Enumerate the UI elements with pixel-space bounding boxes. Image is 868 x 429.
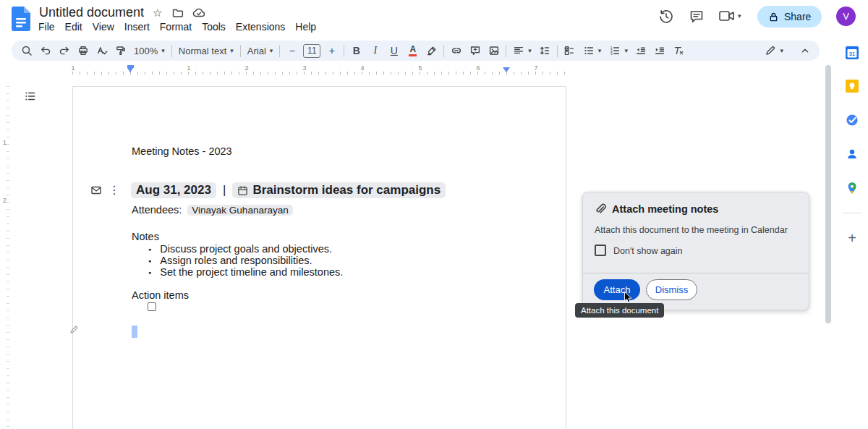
insert-link-button[interactable] <box>447 42 465 60</box>
text-color-icon: A <box>409 46 416 54</box>
editing-mode-select[interactable]: ▾ <box>761 42 787 60</box>
line-spacing-icon <box>539 45 550 56</box>
list-item[interactable]: ● Discuss project goals and objectives. <box>148 243 343 255</box>
maps-app-icon[interactable] <box>844 180 860 196</box>
more-options-icon[interactable]: ⋮ <box>109 183 120 197</box>
toolbar-divider <box>506 45 506 57</box>
move-folder-icon[interactable] <box>171 7 184 19</box>
attendees-label[interactable]: Attendees: <box>132 204 182 216</box>
zoom-select[interactable]: 100% ▾ <box>130 42 169 60</box>
list-item[interactable]: ● Assign roles and responsibilities. <box>148 255 343 266</box>
bold-button[interactable]: B <box>347 42 365 60</box>
vertical-scrollbar[interactable] <box>825 65 831 323</box>
cloud-status-icon[interactable] <box>192 7 205 18</box>
paragraph-style-select[interactable]: Normal text ▾ <box>175 42 237 60</box>
underline-button[interactable]: U <box>385 42 403 60</box>
action-items-label[interactable]: Action items <box>132 289 189 301</box>
pen-icon <box>765 45 776 56</box>
search-menus-button[interactable] <box>17 42 35 60</box>
version-history-button[interactable] <box>657 7 676 26</box>
dont-show-again-checkbox[interactable] <box>595 245 606 256</box>
calendar-app-icon[interactable]: 31 <box>844 45 860 61</box>
highlight-color-button[interactable] <box>422 42 441 60</box>
document-title[interactable]: Untitled document <box>39 5 144 20</box>
dialog-body-text: Attach this document to the meeting in C… <box>595 225 788 235</box>
increase-font-size-button[interactable]: + <box>323 42 341 60</box>
italic-button[interactable]: I <box>366 42 384 60</box>
dont-show-again-label[interactable]: Don't show again <box>613 246 683 256</box>
menu-file[interactable]: File <box>33 20 60 34</box>
meet-call-button[interactable]: ▾ <box>718 8 741 24</box>
get-add-ons-button[interactable]: + <box>844 230 860 246</box>
spelling-check-button[interactable] <box>93 42 111 60</box>
hide-menus-button[interactable] <box>796 42 814 60</box>
list-item[interactable]: ● Set the project timeline and milestone… <box>148 266 343 278</box>
zoom-value: 100% <box>134 46 158 56</box>
indent-icon <box>654 45 665 56</box>
menu-format[interactable]: Format <box>155 20 197 34</box>
bullet-text: Discuss project goals and objectives. <box>160 243 332 255</box>
comments-button[interactable] <box>687 7 706 26</box>
bullet-icon: ● <box>148 258 151 263</box>
share-button[interactable]: Share <box>757 6 822 27</box>
email-guests-button[interactable] <box>90 184 103 196</box>
action-item-checkbox[interactable] <box>148 302 156 311</box>
avatar[interactable]: V <box>836 7 856 26</box>
document-outline-button[interactable] <box>24 90 37 103</box>
numbered-list-button[interactable]: 123 ▾ <box>605 42 631 60</box>
checklist-button[interactable] <box>561 42 579 60</box>
star-icon[interactable]: ☆ <box>153 7 162 18</box>
ruler-number: 7 <box>534 64 537 72</box>
svg-text:3: 3 <box>610 52 613 56</box>
dismiss-button[interactable]: Dismiss <box>646 279 697 300</box>
font-select[interactable]: Arial ▾ <box>244 42 277 60</box>
decrease-indent-button[interactable] <box>632 42 650 60</box>
title-row: Untitled document ☆ <box>39 5 205 20</box>
attendee-chip-label: Vinayak Guhanarayan <box>192 205 288 216</box>
text-color-button[interactable]: A <box>404 42 422 60</box>
menu-edit[interactable]: Edit <box>60 20 88 34</box>
spellcheck-icon <box>96 45 108 56</box>
line-spacing-button[interactable] <box>536 42 554 60</box>
document-page[interactable]: Meeting Notes - 2023 ⋮ Aug 31, 2023 | Br… <box>72 86 566 429</box>
bulleted-list-icon <box>583 45 595 56</box>
decrease-font-size-button[interactable]: − <box>283 42 301 60</box>
date-chip[interactable]: Aug 31, 2023 <box>131 182 216 198</box>
contacts-app-icon[interactable] <box>844 146 860 162</box>
redo-button[interactable] <box>55 42 73 60</box>
undo-button[interactable] <box>36 42 54 60</box>
menu-tools[interactable]: Tools <box>197 20 231 34</box>
bullet-text: Set the project timeline and milestones. <box>160 266 343 278</box>
docs-logo-icon[interactable] <box>12 7 30 31</box>
menu-view[interactable]: View <box>88 20 119 34</box>
menu-help[interactable]: Help <box>290 20 321 34</box>
clear-formatting-button[interactable] <box>670 42 688 60</box>
left-indent-marker[interactable] <box>127 65 134 72</box>
horizontal-ruler[interactable]: 1 1 2 3 4 5 6 7 <box>72 64 566 75</box>
chevron-down-icon: ▾ <box>230 48 234 54</box>
add-comment-button[interactable] <box>466 42 484 60</box>
print-button[interactable] <box>74 42 92 60</box>
insert-image-button[interactable] <box>485 42 503 60</box>
bulleted-list-button[interactable]: ▾ <box>579 42 605 60</box>
align-select[interactable]: ▾ <box>509 42 535 60</box>
avatar-letter: V <box>843 11 849 22</box>
paint-format-button[interactable] <box>111 42 129 60</box>
increase-indent-button[interactable] <box>651 42 669 60</box>
vertical-ruler <box>7 86 9 429</box>
notes-label[interactable]: Notes <box>132 231 159 242</box>
menu-insert[interactable]: Insert <box>119 20 155 34</box>
font-size-input[interactable]: 11 <box>303 44 320 58</box>
event-chip[interactable]: Brainstorm ideas for campaigns <box>232 182 446 198</box>
doc-line-title[interactable]: Meeting Notes - 2023 <box>132 145 232 157</box>
menu-extensions[interactable]: Extensions <box>231 20 290 34</box>
keep-app-icon[interactable] <box>844 78 860 94</box>
chevron-down-icon[interactable]: ▾ <box>738 13 741 20</box>
right-indent-marker[interactable] <box>503 67 510 72</box>
attendee-chip[interactable]: Vinayak Guhanarayan <box>187 205 292 216</box>
notes-bullet-list: ● Discuss project goals and objectives. … <box>148 243 343 278</box>
tasks-app-icon[interactable] <box>844 112 860 128</box>
toolbar-divider <box>557 45 558 57</box>
ruler-number: 6 <box>476 64 480 72</box>
margin-pen-icon[interactable] <box>69 325 79 334</box>
